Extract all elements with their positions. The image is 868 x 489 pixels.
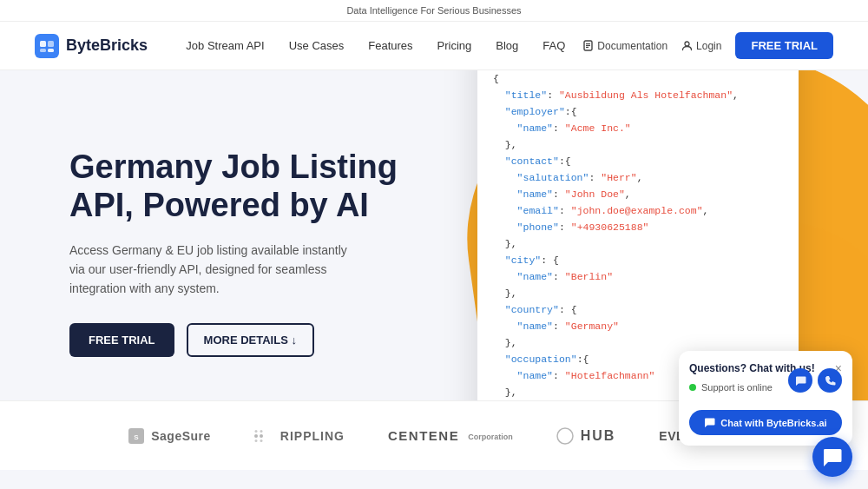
chat-icon-btn-2[interactable] [818,368,842,393]
doc-icon [582,40,594,51]
centene-sub: Corporation [468,433,513,441]
code-line: "name": "Acme Inc." [493,121,783,137]
sagesure-label: SageSure [151,429,211,443]
code-line: "phone": "+4930625188" [493,220,783,236]
svg-point-9 [685,42,689,46]
rippling-label: RIPPLING [280,429,345,443]
logo-text: ByteBricks [66,36,148,55]
nav-job-stream-api[interactable]: Job Stream API [186,39,264,52]
nav-links: Job Stream API Use Cases Features Pricin… [186,39,565,52]
docs-label: Documentation [597,40,667,52]
code-line: "salutation": "Herr", [493,170,783,187]
svg-rect-4 [48,49,54,52]
svg-point-15 [260,430,262,433]
hero-description: Access Germany & EU job listing availabl… [69,241,347,299]
chat-icon-buttons [788,368,842,393]
chat-status: Support is online [689,382,773,393]
logo-hub: HUB [556,427,616,445]
hero-free-trial-button[interactable]: FREE TRIAL [69,323,174,357]
code-line: "title": "Ausbildung Als Hotelfachman", [493,88,783,104]
code-line: "city": { [493,253,783,269]
hero-buttons: FREE TRIAL MORE DETAILS ↓ [69,323,434,357]
sagesure-icon: S [128,428,144,444]
free-trial-nav-button[interactable]: FREE TRIAL [735,32,833,59]
code-line: { [493,71,783,88]
rippling-icon [254,430,273,442]
svg-rect-1 [40,41,46,47]
svg-text:S: S [135,433,140,441]
nav-blog[interactable]: Blog [496,39,518,52]
login-link[interactable]: Login [681,40,721,52]
chat-btn-icon [704,417,715,428]
top-bar: Data Intelligence For Serious Businesses [0,0,868,22]
logo-centene: CENTENE Corporation [388,428,513,443]
svg-point-18 [557,428,573,444]
hub-label: HUB [581,428,616,444]
nav-faq[interactable]: FAQ [542,39,565,52]
login-label: Login [696,40,721,52]
chat-bubble-button[interactable] [812,437,852,477]
svg-point-12 [254,434,258,438]
hero-left: Germany Job Listing API, Powered by AI A… [69,149,434,357]
logo-rippling: RIPPLING [254,429,345,443]
logo-sagesure: S SageSure [128,428,211,444]
docs-link[interactable]: Documentation [582,40,667,52]
login-icon [681,40,693,51]
status-dot [689,384,696,391]
code-line: "email": "john.doe@example.com", [493,203,783,220]
hero-more-details-button[interactable]: MORE DETAILS ↓ [187,323,314,357]
code-line: "name": "Berlin" [493,269,783,286]
code-line: }, [493,137,783,154]
hero-title: Germany Job Listing API, Powered by AI [69,149,434,224]
message-icon [795,375,806,387]
nav-right: Documentation Login FREE TRIAL [582,32,833,59]
logo[interactable]: ByteBricks [35,34,148,58]
code-line: "contact":{ [493,154,783,170]
chat-bubble-icon [823,447,842,466]
phone-icon [825,375,836,387]
chat-btn-label: Chat with ByteBricks.ai [720,418,826,428]
code-line: "name": "John Doe", [493,187,783,203]
code-line: }, [493,286,783,302]
code-line: }, [493,335,783,352]
chat-with-bytebricks-button[interactable]: Chat with ByteBricks.ai [689,410,842,435]
code-line: "name": "Germany" [493,319,783,335]
code-line: "country": { [493,302,783,319]
svg-point-17 [260,439,262,442]
nav-features[interactable]: Features [368,39,412,52]
top-bar-text: Data Intelligence For Serious Businesses [346,5,521,16]
centene-label: CENTENE [388,428,459,443]
svg-point-13 [260,434,263,438]
nav-use-cases[interactable]: Use Cases [289,39,345,52]
chat-widget: Questions? Chat with us! × Support is on… [679,351,852,446]
svg-point-16 [254,439,257,442]
code-line: "employer":{ [493,104,783,121]
nav-pricing[interactable]: Pricing [437,39,472,52]
svg-rect-2 [48,41,54,47]
svg-rect-3 [40,49,46,52]
hub-icon [556,427,574,445]
logo-icon [35,34,59,58]
chat-icon-btn-1[interactable] [788,368,812,393]
svg-rect-0 [35,34,59,58]
navbar: ByteBricks Job Stream API Use Cases Feat… [0,22,868,70]
svg-point-14 [254,430,257,433]
chat-status-text: Support is online [701,382,773,393]
code-line: }, [493,236,783,253]
